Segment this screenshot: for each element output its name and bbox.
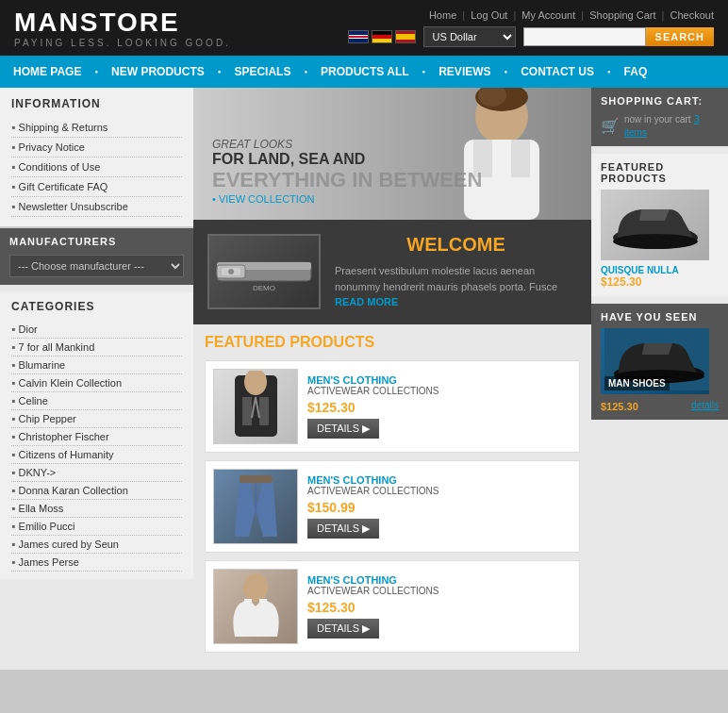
product-category-1: MEN'S CLOTHING: [307, 374, 571, 386]
privacy-link[interactable]: Privacy Notice: [19, 141, 85, 153]
nav-contact[interactable]: CONTACT US: [507, 56, 607, 88]
cat-ella[interactable]: Ella Moss: [19, 503, 64, 514]
flag-uk[interactable]: [348, 30, 369, 43]
belt-image: DEMO: [212, 239, 316, 305]
svg-rect-21: [244, 599, 252, 604]
product-info-3: MEN'S CLOTHING ACTIVEWEAR COLLECTIONS $1…: [307, 574, 571, 638]
have-seen-content: MAN SHOES: [604, 376, 670, 390]
welcome-image: DEMO: [207, 234, 321, 309]
read-more-link[interactable]: READ MORE: [335, 296, 398, 307]
have-you-seen-box: HAVE YOU SEEN MAN SHOES $125.30 details: [591, 304, 728, 420]
list-item: DKNY->: [11, 464, 182, 482]
nav-reviews[interactable]: REVIEWS: [425, 56, 504, 88]
banner: GREAT LOOKS FOR LAND, SEA AND EVERYTHING…: [193, 88, 591, 220]
info-link-gift: Gift Certificate FAQ: [11, 177, 182, 197]
categories-list: Dior 7 for all Mankind Blumarine Calvin …: [11, 321, 182, 572]
main-nav: HOME PAGE ● NEW PRODUCTS ● SPECIALS ● PR…: [0, 56, 728, 88]
featured-right-price: $125.30: [601, 275, 719, 289]
cat-emilio[interactable]: Emilio Pucci: [19, 521, 75, 532]
have-seen-details-link[interactable]: details: [691, 400, 719, 410]
currency-select[interactable]: US Dollar Euro British Pound: [423, 26, 516, 47]
list-item: 7 for all Mankind: [11, 339, 182, 356]
details-button-2[interactable]: DETAILS: [307, 519, 379, 539]
search-button[interactable]: SEARCH: [646, 27, 714, 46]
have-seen-price: $125.30: [601, 401, 638, 412]
logout-link[interactable]: Log Out: [471, 9, 507, 21]
banner-large-text: EVERYTHING IN BETWEEN: [212, 168, 482, 192]
cart-content: 🛒 now in your cart 3 items: [601, 112, 719, 139]
cat-james-seun[interactable]: James cured by Seun: [19, 539, 119, 550]
product-thumb-3: [213, 569, 298, 644]
nav-new-products[interactable]: NEW PRODUCTS: [98, 56, 218, 88]
flags: [348, 30, 416, 43]
product-item-3: MEN'S CLOTHING ACTIVEWEAR COLLECTIONS $1…: [205, 560, 580, 653]
cat-citizens[interactable]: Citizens of Humanity: [19, 449, 114, 460]
cart-link[interactable]: Shopping Cart: [589, 9, 655, 21]
cart-text: now in your cart: [624, 114, 691, 124]
cat-calvin-klein[interactable]: Calvin Klein Collection: [19, 377, 122, 389]
newsletter-link[interactable]: Newsletter Unsubscribe: [19, 201, 128, 212]
product-image-3: [216, 571, 296, 641]
logo: MANSTORE PAYING LESS. LOOKING GOOD.: [14, 8, 231, 48]
manufacturers-box: MANUFACTURERS --- Choose manufacturer --…: [0, 228, 193, 285]
list-item: Ella Moss: [11, 500, 182, 518]
cat-dkny[interactable]: DKNY->: [19, 467, 57, 478]
featured-title: FEATURED PRODUCTS: [205, 334, 580, 351]
shopping-cart-box: SHOPPING CART: 🛒 now in your cart 3 item…: [591, 88, 728, 146]
product-price-3: $125.30: [307, 600, 571, 615]
cat-blumarine[interactable]: Blumarine: [19, 359, 66, 371]
details-button-3[interactable]: DETAILS: [307, 619, 379, 638]
search-input[interactable]: [523, 27, 646, 46]
svg-point-24: [613, 234, 698, 249]
svg-text:DEMO: DEMO: [253, 284, 275, 292]
cat-james-perse[interactable]: James Perse: [19, 556, 79, 568]
nav-products-all[interactable]: PRODUCTS ALL: [307, 56, 422, 88]
checkout-link[interactable]: Checkout: [670, 9, 714, 21]
list-item: Blumarine: [11, 356, 182, 374]
svg-point-20: [243, 573, 268, 602]
cat-celine[interactable]: Celine: [19, 395, 48, 406]
banner-text: GREAT LOOKS FOR LAND, SEA AND EVERYTHING…: [193, 124, 501, 220]
svg-rect-3: [511, 140, 530, 177]
list-item: Christopher Fischer: [11, 428, 182, 446]
cat-7-mankind[interactable]: 7 for all Mankind: [19, 341, 95, 353]
manufacturer-select[interactable]: --- Choose manufacturer ---: [9, 255, 184, 277]
info-link-shipping: Shipping & Returns: [11, 118, 182, 138]
logo-name: MANSTORE: [14, 8, 231, 38]
nav-faq[interactable]: FAQ: [611, 56, 661, 88]
product-item-2: MEN'S CLOTHING ACTIVEWEAR COLLECTIONS $1…: [205, 460, 580, 553]
left-sidebar: INFORMATION Shipping & Returns Privacy N…: [0, 88, 193, 670]
featured-shoe-image: [604, 192, 707, 258]
featured-right-title: FEATURED PRODUCTS: [601, 161, 719, 184]
flag-es[interactable]: [395, 30, 416, 43]
welcome-title: WELCOME: [335, 234, 577, 256]
shipping-link[interactable]: Shipping & Returns: [19, 122, 108, 133]
have-seen-image: MAN SHOES: [601, 328, 709, 394]
account-link[interactable]: My Account: [521, 9, 575, 21]
conditions-link[interactable]: Conditions of Use: [19, 161, 101, 173]
view-collection-link[interactable]: VIEW COLLECTION: [212, 193, 314, 205]
cat-chip-pepper[interactable]: Chip Pepper: [19, 413, 76, 424]
banner-small-text: GREAT LOOKS: [212, 138, 482, 151]
details-button-1[interactable]: DETAILS: [307, 419, 379, 439]
flag-de[interactable]: [372, 30, 392, 43]
list-item: Chip Pepper: [11, 410, 182, 428]
product-thumb-2: [213, 469, 298, 544]
home-link[interactable]: Home: [429, 9, 456, 21]
info-link-newsletter: Newsletter Unsubscribe: [11, 197, 182, 217]
product-info-2: MEN'S CLOTHING ACTIVEWEAR COLLECTIONS $1…: [307, 474, 571, 539]
categories-title: CATEGORIES: [11, 300, 182, 313]
list-item: Dior: [11, 321, 182, 339]
information-box: INFORMATION Shipping & Returns Privacy N…: [0, 88, 193, 228]
cat-christopher[interactable]: Christopher Fischer: [19, 431, 109, 442]
cart-title: SHOPPING CART:: [601, 95, 719, 107]
nav-home[interactable]: HOME PAGE: [0, 56, 94, 88]
product-thumb-1: [213, 369, 298, 444]
cat-dior[interactable]: Dior: [19, 323, 38, 335]
cat-donna[interactable]: Donna Karan Collection: [19, 485, 128, 496]
gift-link[interactable]: Gift Certificate FAQ: [19, 181, 108, 192]
svg-rect-14: [242, 397, 252, 425]
list-item: James Perse: [11, 554, 182, 572]
nav-specials[interactable]: SPECIALS: [221, 56, 304, 88]
logo-tagline: PAYING LESS. LOOKING GOOD.: [14, 38, 231, 48]
